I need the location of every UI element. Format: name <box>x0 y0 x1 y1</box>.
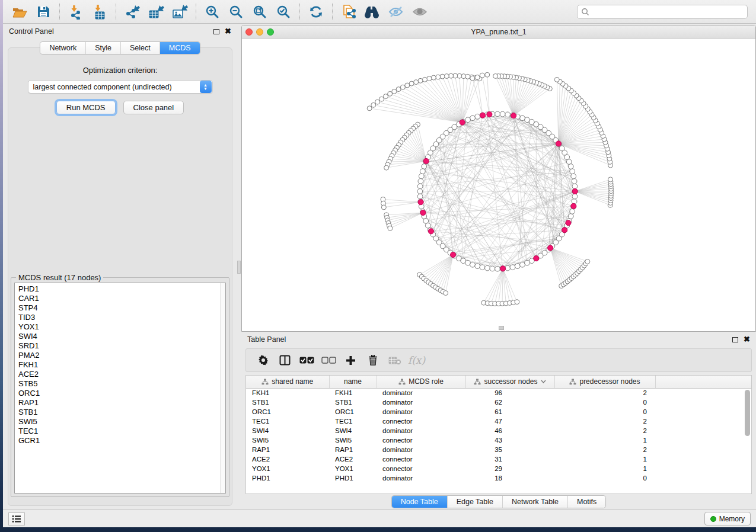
splitter-grip[interactable] <box>237 261 241 274</box>
table-row[interactable]: FKH1FKH1dominator962 <box>246 388 751 398</box>
search-box[interactable] <box>577 5 748 19</box>
export-network-button[interactable] <box>120 2 144 22</box>
tab-node-table[interactable]: Node Table <box>392 496 448 508</box>
close-table-panel-icon[interactable]: ✖ <box>744 336 750 342</box>
mcds-node[interactable] <box>418 200 423 205</box>
table-row[interactable]: ORC1ORC1dominator610 <box>246 407 751 416</box>
mcds-result-item[interactable]: SWI5 <box>18 417 220 427</box>
open-session-button[interactable] <box>8 2 31 22</box>
add-button[interactable] <box>340 351 362 370</box>
mcds-node[interactable] <box>460 120 465 125</box>
column-header-name[interactable]: name <box>329 376 377 388</box>
mcds-result-list[interactable]: PHD1CAR1STP4TID3YOX1SWI4SRD1PMA2FKH1ACE2… <box>14 283 226 493</box>
split-pane-button[interactable] <box>274 351 296 370</box>
mcds-result-item[interactable]: SRD1 <box>18 341 220 351</box>
mcds-node[interactable] <box>428 229 433 234</box>
mcds-result-item[interactable]: SWI4 <box>18 332 220 341</box>
mcds-node[interactable] <box>487 111 492 117</box>
mcds-result-item[interactable]: YOX1 <box>18 322 220 332</box>
close-panel-button[interactable]: Close panel <box>123 101 184 114</box>
mcds-node[interactable] <box>571 203 576 209</box>
zoom-out-button[interactable] <box>224 2 248 22</box>
import-network-button[interactable] <box>64 2 88 22</box>
search-input[interactable] <box>589 8 744 16</box>
gear-button[interactable] <box>252 351 274 370</box>
table-scrollbar-thumb[interactable] <box>745 390 750 436</box>
network-table-splitter-grip[interactable] <box>499 326 504 330</box>
mcds-result-item[interactable]: STB5 <box>18 379 220 389</box>
tab-edge-table[interactable]: Edge Table <box>448 496 503 508</box>
run-mcds-button[interactable]: Run MCDS <box>56 101 116 114</box>
mcds-node[interactable] <box>556 141 561 146</box>
table-row[interactable]: STB1STB1dominator620 <box>246 398 751 407</box>
column-header-shared-name[interactable]: shared name <box>246 376 329 388</box>
mcds-node[interactable] <box>534 256 539 261</box>
tab-style[interactable]: Style <box>86 42 121 54</box>
mcds-node[interactable] <box>500 266 505 271</box>
memory-button[interactable]: Memory <box>704 512 751 525</box>
mcds-node[interactable] <box>423 158 429 164</box>
table-row[interactable]: SWI4SWI4dominator462 <box>246 426 751 435</box>
tab-motifs[interactable]: Motifs <box>568 496 605 508</box>
first-neighbors-button[interactable] <box>361 2 384 22</box>
mcds-node[interactable] <box>572 188 578 194</box>
mcds-node[interactable] <box>562 227 567 233</box>
mcds-node[interactable] <box>480 113 485 118</box>
mcds-node[interactable] <box>420 210 426 215</box>
show-all-button[interactable] <box>408 2 432 22</box>
table-row[interactable]: ACE2ACE2connector311 <box>246 454 751 464</box>
mcds-result-item[interactable]: ORC1 <box>18 389 220 398</box>
deselect-all-checkboxes-button[interactable] <box>318 351 340 370</box>
mcds-result-item[interactable]: CAR1 <box>18 294 220 303</box>
network-window-titlebar[interactable]: YPA_prune.txt_1 <box>242 25 755 39</box>
mcds-result-item[interactable]: ACE2 <box>18 370 220 379</box>
table-row[interactable]: SWI5SWI5connector431 <box>246 435 751 445</box>
zoom-fit-button[interactable] <box>248 2 272 22</box>
table-row[interactable]: TEC1TEC1connector472 <box>246 416 751 426</box>
mcds-node[interactable] <box>450 252 455 257</box>
show-panels-menu-button[interactable] <box>8 512 25 525</box>
save-session-button[interactable] <box>31 2 55 22</box>
column-header-successor-nodes[interactable]: successor nodes <box>465 376 554 388</box>
import-table-button[interactable] <box>88 2 111 22</box>
optimization-criterion-dropdown[interactable]: largest connected component (undirected)… <box>28 80 213 94</box>
mcds-result-item[interactable]: FKH1 <box>18 360 220 370</box>
zoom-selected-button[interactable] <box>272 2 295 22</box>
duplicate-network-button[interactable] <box>337 2 361 22</box>
tab-mcds[interactable]: MCDS <box>160 42 200 54</box>
apply-layout-button[interactable] <box>304 2 328 22</box>
float-table-panel-icon[interactable] <box>732 337 738 342</box>
table-row[interactable]: RAP1RAP1dominator352 <box>246 445 751 454</box>
mcds-result-item[interactable]: TEC1 <box>18 427 220 436</box>
tab-select[interactable]: Select <box>121 42 160 54</box>
column-header-predecessor-nodes[interactable]: predecessor nodes <box>554 376 655 388</box>
mcds-node[interactable] <box>548 245 553 251</box>
column-header-MCDS-role[interactable]: MCDS role <box>377 376 465 388</box>
hide-selected-button[interactable] <box>384 2 408 22</box>
tab-network[interactable]: Network <box>40 42 86 54</box>
mcds-result-item[interactable]: PHD1 <box>18 284 220 294</box>
mcds-result-item[interactable]: TID3 <box>18 313 220 322</box>
table-row[interactable]: PHD1PHD1dominator180 <box>246 473 751 483</box>
mcds-result-item[interactable]: STB1 <box>18 408 220 417</box>
mcds-node[interactable] <box>566 220 571 226</box>
mcds-result-item[interactable]: PMA2 <box>18 351 220 360</box>
mcds-result-item[interactable]: STP4 <box>18 303 220 313</box>
panel-splitter[interactable] <box>237 24 241 509</box>
close-panel-icon[interactable]: ✖ <box>225 28 231 34</box>
export-table-button[interactable] <box>144 2 168 22</box>
select-all-checkboxes-button[interactable] <box>296 351 318 370</box>
node-table[interactable]: shared namenameMCDS rolesuccessor nodesp… <box>245 375 752 494</box>
export-image-button[interactable] <box>168 2 192 22</box>
export-image-icon <box>171 4 188 20</box>
mcds-result-item[interactable]: GCR1 <box>18 436 220 446</box>
table-row[interactable]: YOX1YOX1connector291 <box>246 464 751 473</box>
mcds-list-scrollbar[interactable] <box>220 283 225 493</box>
float-panel-icon[interactable] <box>213 29 219 34</box>
mcds-node[interactable] <box>511 113 516 118</box>
tab-network-table[interactable]: Network Table <box>503 496 568 508</box>
mcds-result-item[interactable]: RAP1 <box>18 398 220 408</box>
network-canvas[interactable] <box>242 39 755 331</box>
zoom-in-button[interactable] <box>200 2 224 22</box>
delete-button[interactable] <box>362 351 384 370</box>
